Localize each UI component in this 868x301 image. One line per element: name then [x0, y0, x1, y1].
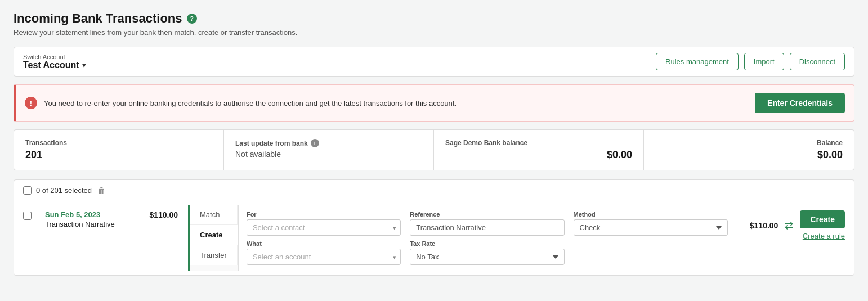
reference-input[interactable]	[410, 219, 564, 236]
txn-checkbox[interactable]	[23, 212, 32, 220]
page-title-row: Incoming Bank Transactions ?	[14, 11, 854, 26]
txn-amount: $110.00	[140, 201, 185, 228]
selection-count: 0 of 201 selected	[36, 186, 92, 195]
what-field-group: What ▾	[247, 240, 401, 265]
txn-date: Sun Feb 5, 2023	[45, 210, 133, 219]
stat-balance-label: Balance	[655, 139, 843, 147]
alert-banner: ! You need to re-enter your online banki…	[14, 84, 854, 122]
select-all-checkbox[interactable]	[23, 186, 32, 195]
import-button[interactable]: Import	[744, 53, 784, 70]
page-container: Incoming Bank Transactions ? Review your…	[0, 0, 868, 301]
tax-rate-label: Tax Rate	[410, 240, 564, 247]
tax-rate-field-group: Tax Rate No Tax Tax Exempt GST on Income	[410, 240, 564, 265]
alert-icon: !	[25, 97, 37, 109]
stat-balance-value: $0.00	[655, 149, 843, 161]
create-rule-link[interactable]: Create a rule	[803, 232, 845, 240]
switch-account-label: Switch Account	[23, 53, 86, 60]
transactions-section: 0 of 201 selected 🗑 Sun Feb 5, 2023 Tran…	[14, 179, 854, 276]
create-form: For ▾ Reference Method	[238, 205, 736, 271]
tax-rate-select[interactable]: No Tax Tax Exempt GST on Income	[410, 249, 564, 265]
txn-right-col: $110.00 ⇄ Create Create a rule	[741, 201, 854, 249]
stat-bank-balance-label: Sage Demo Bank balance	[445, 139, 632, 147]
delete-icon[interactable]: 🗑	[97, 186, 106, 195]
disconnect-button[interactable]: Disconnect	[790, 53, 845, 70]
rules-management-button[interactable]: Rules management	[656, 53, 739, 70]
transfer-tab[interactable]: Transfer	[190, 245, 238, 265]
create-tab[interactable]: Create	[190, 225, 238, 245]
enter-credentials-button[interactable]: Enter Credentials	[755, 93, 845, 113]
table-row: Sun Feb 5, 2023 Transaction Narrative $1…	[14, 201, 854, 275]
stat-transactions-value: 201	[25, 149, 212, 161]
selection-bar: 0 of 201 selected 🗑	[14, 180, 854, 201]
method-label: Method	[574, 211, 728, 218]
help-icon[interactable]: ?	[187, 14, 197, 24]
method-select[interactable]: Check Cash Card Bank Transfer	[574, 219, 728, 236]
alert-text: You need to re-enter your online banking…	[44, 99, 457, 107]
reference-field-group: Reference	[410, 211, 564, 236]
chevron-down-icon: ▾	[82, 61, 86, 69]
stat-last-update: Last update from bank i Not available	[224, 130, 434, 170]
stat-transactions: Transactions 201	[14, 130, 224, 170]
account-name-row: Test Account ▾	[23, 60, 86, 70]
form-actions-col	[574, 240, 728, 265]
txn-checkbox-col	[14, 201, 38, 230]
stat-bank-balance-value: $0.00	[445, 149, 632, 161]
action-panel: Match Create Transfer For ▾	[188, 205, 736, 271]
what-input[interactable]	[247, 249, 401, 265]
stat-last-update-label: Last update from bank i	[235, 139, 422, 147]
account-bar: Switch Account Test Account ▾ Rules mana…	[14, 47, 854, 77]
account-name: Test Account	[23, 60, 79, 70]
stat-last-update-value: Not available	[235, 150, 422, 159]
page-title: Incoming Bank Transactions	[14, 11, 182, 26]
stats-bar: Transactions 201 Last update from bank i…	[14, 129, 854, 170]
create-button[interactable]: Create	[800, 210, 845, 228]
for-label: For	[247, 211, 401, 218]
switch-account-button[interactable]: Switch Account Test Account ▾	[23, 53, 86, 70]
page-header: Incoming Bank Transactions ? Review your…	[14, 11, 854, 37]
stat-balance: Balance $0.00	[644, 130, 854, 170]
what-label: What	[247, 240, 401, 247]
stat-bank-balance: Sage Demo Bank balance $0.00	[434, 130, 644, 170]
method-field-group: Method Check Cash Card Bank Transfer	[574, 211, 728, 236]
page-subtitle: Review your statement lines from your ba…	[14, 28, 854, 37]
alert-left: ! You need to re-enter your online banki…	[25, 97, 457, 109]
transfer-arrows-icon[interactable]: ⇄	[785, 219, 793, 232]
for-input[interactable]	[247, 219, 401, 236]
stat-transactions-label: Transactions	[25, 139, 212, 147]
txn-right-amount: $110.00	[750, 221, 778, 230]
last-update-info-icon[interactable]: i	[311, 139, 319, 147]
account-bar-actions: Rules management Import Disconnect	[656, 53, 845, 70]
for-field-group: For ▾	[247, 211, 401, 236]
action-tabs: Match Create Transfer	[190, 205, 238, 271]
reference-label: Reference	[410, 211, 564, 218]
match-tab[interactable]: Match	[190, 205, 238, 225]
txn-narrative: Transaction Narrative	[45, 220, 133, 228]
txn-info-col: Sun Feb 5, 2023 Transaction Narrative	[38, 201, 140, 237]
